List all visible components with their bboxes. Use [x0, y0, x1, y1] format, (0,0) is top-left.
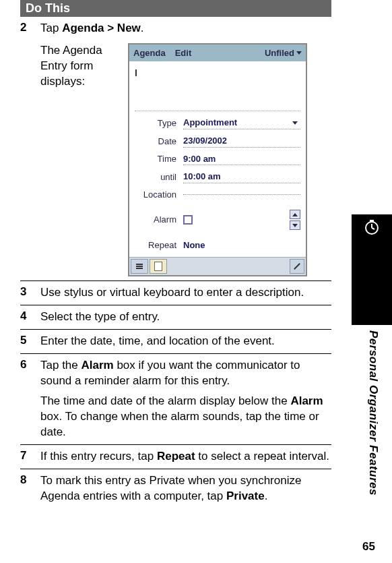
- step-5: 5 Enter the date, time, and location of …: [20, 330, 331, 353]
- time-value: 9:00 am: [183, 153, 216, 165]
- category-label: Unfiled: [265, 47, 294, 59]
- step-3-text: Use stylus or virtual keyboard to enter …: [40, 285, 331, 301]
- until-value: 10:00 am: [183, 171, 221, 183]
- alarm-checkbox[interactable]: [183, 215, 193, 225]
- step-2-para: The Agenda Entry form displays:: [40, 43, 115, 90]
- step-3: 3 Use stylus or virtual keyboard to ente…: [20, 281, 331, 305]
- alarm-row: [183, 210, 300, 230]
- step-number: 5: [20, 334, 40, 347]
- until-field[interactable]: 10:00 am: [183, 171, 300, 183]
- category-dropdown[interactable]: Unfiled: [265, 47, 302, 59]
- step-4-text: Select the type of entry.: [40, 309, 331, 325]
- date-value: 23/09/2002: [183, 135, 227, 147]
- step-8: 8 To mark this entry as Private when you…: [20, 469, 331, 508]
- pencil-icon: [294, 263, 300, 270]
- section-header: Do This: [20, 0, 331, 17]
- step-6-p2-bold: Alarm: [290, 394, 323, 407]
- chevron-up-icon: [292, 213, 298, 216]
- step-7-pre: If this entry recurs, tap: [40, 450, 157, 463]
- step-5-text: Enter the date, time, and location of th…: [40, 334, 331, 349]
- edit-button[interactable]: [290, 259, 304, 274]
- step-number: 2: [20, 21, 40, 34]
- step-7-bold: Repeat: [157, 450, 195, 463]
- scroll-down-button[interactable]: [290, 220, 300, 230]
- date-field[interactable]: 23/09/2002: [183, 135, 300, 148]
- step-7-post: to select a repeat interval.: [195, 450, 329, 463]
- step-6-p1-bold: Alarm: [81, 359, 114, 372]
- step-number: 4: [20, 309, 40, 323]
- chevron-down-icon: [292, 121, 298, 125]
- type-value: Appointment: [183, 117, 237, 129]
- screenshot-titlebar: Agenda Edit Unfiled: [129, 45, 306, 62]
- device-screenshot: Agenda Edit Unfiled I Type: [128, 43, 307, 276]
- date-label: Date: [135, 136, 183, 148]
- step-2: 2 Tap Agenda > New. The Agenda Entry for…: [20, 17, 331, 280]
- document-icon: [154, 262, 162, 271]
- repeat-field[interactable]: None: [183, 239, 300, 251]
- list-icon: [136, 264, 143, 269]
- screenshot-toolbar: [129, 257, 306, 275]
- step-number: 3: [20, 285, 40, 299]
- svg-rect-3: [370, 220, 374, 222]
- organizer-icon: [363, 218, 381, 236]
- step-6-p2-pre: The time and date of the alarm display b…: [40, 394, 290, 407]
- menu-agenda[interactable]: Agenda: [133, 47, 166, 59]
- step-2-suffix: .: [141, 22, 144, 34]
- chevron-down-icon: [292, 224, 298, 227]
- step-2-bold: Agenda > New: [62, 22, 141, 34]
- step-2-prefix: Tap: [40, 22, 62, 34]
- step-6-p1-pre: Tap the: [40, 359, 81, 372]
- type-label: Type: [135, 117, 183, 129]
- description-input[interactable]: I: [135, 67, 300, 111]
- scroll-up-button[interactable]: [290, 210, 300, 219]
- step-6-p2-post: box. To change when the alarm sounds, ta…: [40, 410, 319, 438]
- chevron-down-icon: [296, 51, 302, 55]
- section-tab: [352, 214, 392, 325]
- location-field[interactable]: [183, 194, 300, 195]
- step-4: 4 Select the type of entry.: [20, 305, 331, 329]
- step-number: 7: [20, 449, 40, 463]
- sidebar-section-label: Personal Organizer Features: [366, 330, 380, 496]
- svg-line-2: [372, 228, 374, 229]
- list-view-tab[interactable]: [131, 259, 148, 274]
- step-number: 8: [20, 473, 40, 487]
- alarm-label: Alarm: [135, 214, 183, 226]
- menu-edit[interactable]: Edit: [175, 47, 192, 59]
- page-number: 65: [362, 540, 375, 554]
- until-label: until: [135, 171, 183, 183]
- time-field[interactable]: 9:00 am: [183, 153, 300, 166]
- repeat-label: Repeat: [135, 239, 183, 251]
- type-dropdown[interactable]: Appointment: [183, 117, 300, 129]
- step-8-post: .: [265, 490, 268, 502]
- step-number: 6: [20, 358, 40, 372]
- step-6: 6 Tap the Alarm box if you want the comm…: [20, 354, 331, 445]
- step-8-bold: Private: [226, 490, 265, 502]
- repeat-value: None: [183, 239, 205, 251]
- time-label: Time: [135, 153, 183, 165]
- location-label: Location: [135, 189, 183, 201]
- step-7: 7 If this entry recurs, tap Repeat to se…: [20, 445, 331, 469]
- entry-view-tab[interactable]: [150, 259, 167, 274]
